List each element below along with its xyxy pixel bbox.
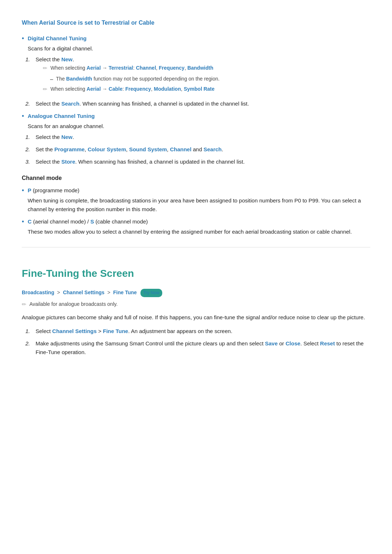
fine-tuning-note-text: Available for analogue broadcasts only. <box>29 300 118 308</box>
close-link: Close <box>286 340 301 346</box>
pencil-icon-1: ✏ <box>43 64 48 73</box>
digital-step-2: 2. Select the Search. When scanning has … <box>25 99 370 108</box>
terrestrial-link: Terrestrial <box>109 65 133 71</box>
store-link: Store <box>61 159 75 165</box>
channel-mode-list: • P (programme mode) When tuning is comp… <box>22 186 370 236</box>
digital-search-link: Search <box>61 100 79 107</box>
pencil-icon-2: ✏ <box>43 85 48 94</box>
analogue-search-link: Search <box>204 146 222 152</box>
try-now-badge[interactable]: Try Now <box>140 289 162 297</box>
digital-step-2-content: Select the Search. When scanning has fin… <box>36 99 370 108</box>
text-and: and <box>191 146 203 152</box>
comma-3: , <box>151 86 154 92</box>
digital-step-2-text-before: Select the <box>36 100 61 107</box>
fine-tuning-steps-list: 1. Select Channel Settings > Fine Tune. … <box>25 327 370 357</box>
digital-step-1-text-before: Select the <box>36 56 61 62</box>
analogue-step-1: 1. Select the New. <box>25 133 370 141</box>
aerial-link-1: Aerial <box>87 65 101 71</box>
analogue-step-num-1: 1. <box>25 133 36 141</box>
digital-note-2: ✏ When selecting Aerial → Cable: Frequen… <box>43 85 370 94</box>
fine-tuning-intro: Analogue pictures can become shaky and f… <box>22 313 370 322</box>
modulation-link: Modulation <box>154 86 181 92</box>
s-letter: S <box>90 218 94 225</box>
fine-tuning-step-1: 1. Select Channel Settings > Fine Tune. … <box>25 327 370 336</box>
fine-channel-settings-link: Channel Settings <box>52 328 97 334</box>
digital-step-1-new-link: New <box>61 56 73 62</box>
cs-mode-content: C (aerial channel mode) / S (cable chann… <box>28 217 370 236</box>
comma-2: , <box>184 65 187 71</box>
p-mode-label: (programme mode) <box>31 187 79 193</box>
analogue-step-1-after: . <box>73 134 74 140</box>
analogue-step-num-3: 3. <box>25 157 36 166</box>
pencil-icon-3: ✏ <box>22 300 26 309</box>
digital-step-1: 1. Select the New. ✏ When selecting Aeri… <box>25 55 370 96</box>
fine-tuning-note: ✏ Available for analogue broadcasts only… <box>22 300 370 309</box>
analogue-tuning-item: • Analogue Channel Tuning Scans for an a… <box>22 112 370 131</box>
analogue-tuning-desc: Scans for an analogue channel. <box>28 122 370 131</box>
fine-step-num-2: 2. <box>25 339 36 348</box>
bullet-icon-4: • <box>22 217 24 226</box>
fine-step-2-content: Make adjustments using the Samsung Smart… <box>36 339 370 357</box>
c-letter: C <box>28 218 32 225</box>
analogue-step-3: 3. Select the Store. When scanning has f… <box>25 157 370 166</box>
digital-tuning-desc: Scans for a digital channel. <box>28 44 370 53</box>
digital-tuning-content: Digital Channel Tuning Scans for a digit… <box>28 34 370 53</box>
bullet-icon-2: • <box>22 112 24 121</box>
fine-step-1-before: Select <box>36 328 52 334</box>
comma-7: , <box>167 146 170 152</box>
cable-link: Cable <box>109 86 122 92</box>
fine-tuning-step-2: 2. Make adjustments using the Samsung Sm… <box>25 339 370 357</box>
analogue-new-link: New <box>61 134 73 140</box>
sound-system-link: Sound System <box>129 146 167 152</box>
analogue-tuning-content: Analogue Channel Tuning Scans for an ana… <box>28 112 370 131</box>
programme-link: Programme <box>54 146 85 152</box>
reset-link: Reset <box>320 340 335 346</box>
fine-step-2-mid: . Select <box>301 340 320 346</box>
bandwidth-link-2: Bandwidth <box>66 76 92 82</box>
fine-step-2-before: Make adjustments using the Samsung Smart… <box>36 340 265 346</box>
fine-tuning-heading: Fine-Tuning the Screen <box>22 266 370 282</box>
s-mode-label: (cable channel mode) <box>94 218 148 225</box>
analogue-step-2-content: Set the Programme, Colour System, Sound … <box>36 145 370 154</box>
digital-step-2-text-after: . When scanning has finished, a channel … <box>79 100 249 107</box>
p-mode-item: • P (programme mode) When tuning is comp… <box>22 186 370 214</box>
fine-step-num-1: 1. <box>25 327 36 336</box>
analogue-step-1-content: Select the New. <box>36 133 370 141</box>
analogue-step-3-before: Select the <box>36 159 61 165</box>
dash-icon: – <box>50 75 53 83</box>
aerial-section-heading: When Aerial Source is set to Terrestrial… <box>22 18 370 28</box>
step-num-1: 1. <box>25 55 36 64</box>
save-link: Save <box>265 340 278 346</box>
digital-dash-text: The Bandwidth function may not be suppor… <box>56 75 220 83</box>
digital-step-1-text-after: . <box>73 56 74 62</box>
digital-dash-note: – The Bandwidth function may not be supp… <box>50 75 370 83</box>
analogue-tuning-list: • Analogue Channel Tuning Scans for an a… <box>22 112 370 131</box>
fine-step-1-after: . An adjustment bar appears on the scree… <box>128 328 232 334</box>
bullet-icon-3: • <box>22 186 24 195</box>
analogue-steps-list: 1. Select the New. 2. Set the Programme,… <box>25 133 370 166</box>
analogue-step-num-2: 2. <box>25 145 36 154</box>
fine-step-1-sep: > <box>97 328 103 334</box>
symbol-rate-link: Symbol Rate <box>184 86 215 92</box>
digital-note-1-text: When selecting Aerial → Terrestrial: Cha… <box>50 64 213 72</box>
digital-tuning-title: Digital Channel Tuning <box>28 35 86 41</box>
digital-step-1-content: Select the New. ✏ When selecting Aerial … <box>36 55 370 96</box>
analogue-step-2: 2. Set the Programme, Colour System, Sou… <box>25 145 370 154</box>
breadcrumb-fine-tune[interactable]: Fine Tune <box>113 290 137 295</box>
analogue-tuning-title: Analogue Channel Tuning <box>28 113 95 119</box>
breadcrumb-sep-1: > <box>57 290 61 295</box>
breadcrumb-broadcasting[interactable]: Broadcasting <box>22 290 54 295</box>
digital-tuning-item: • Digital Channel Tuning Scans for a dig… <box>22 34 370 53</box>
digital-steps-list: 1. Select the New. ✏ When selecting Aeri… <box>25 55 370 108</box>
frequency-link-1: Frequency <box>159 65 185 71</box>
p-mode-desc: When tuning is complete, the broadcastin… <box>28 196 370 214</box>
arrow-1: → <box>101 65 109 71</box>
comma-6: , <box>126 146 129 152</box>
arrow-2: → <box>101 86 109 92</box>
analogue-step-2-after: . <box>222 146 223 152</box>
fine-step-2-or: or <box>278 340 286 346</box>
breadcrumb-channel-settings[interactable]: Channel Settings <box>63 290 104 295</box>
p-mode-content: P (programme mode) When tuning is comple… <box>28 186 370 214</box>
analogue-step-2-before: Set the <box>36 146 54 152</box>
analogue-step-3-content: Select the Store. When scanning has fini… <box>36 157 370 166</box>
